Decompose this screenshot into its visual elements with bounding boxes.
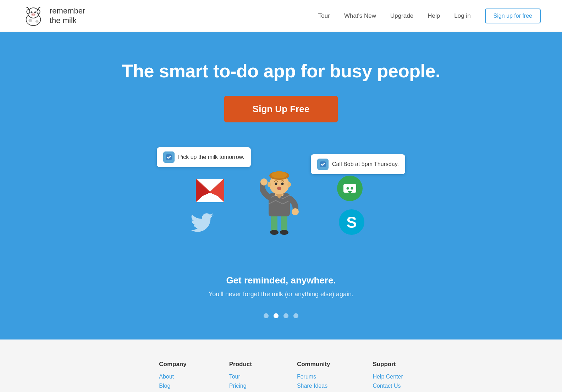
svg-point-12 [35, 20, 39, 22]
footer-community: Community Forums Share Ideas Translate [297, 361, 330, 392]
svg-point-26 [292, 208, 299, 215]
svg-point-32 [277, 187, 281, 190]
svg-point-4 [31, 11, 32, 13]
task-bubble-right: Call Bob at 5pm Thursday. [311, 154, 405, 174]
footer-community-heading: Community [297, 361, 330, 368]
svg-point-5 [34, 11, 36, 13]
svg-point-9 [32, 14, 33, 15]
svg-point-33 [268, 182, 271, 187]
svg-point-29 [271, 171, 287, 178]
task-text-left: Pick up the milk tomorrow. [178, 154, 244, 160]
footer-product-pricing[interactable]: Pricing [229, 383, 254, 389]
twitter-icon [191, 213, 214, 237]
svg-point-10 [34, 14, 35, 15]
carousel-dots [264, 313, 298, 318]
svg-point-3 [37, 10, 40, 14]
gmail-icon [196, 179, 224, 202]
footer-columns: Company About Blog Jobs Press Product To… [71, 361, 491, 392]
logo-text: remember the milk [50, 6, 85, 25]
svg-point-7 [35, 12, 36, 12]
svg-text:S: S [346, 214, 357, 231]
footer-product-tour[interactable]: Tour [229, 374, 254, 380]
carousel-dot-4[interactable] [293, 313, 298, 318]
carousel-dot-1[interactable] [264, 313, 269, 318]
footer-company-about[interactable]: About [159, 374, 186, 380]
skype-icon: S [339, 209, 364, 235]
svg-point-22 [280, 230, 288, 235]
hero-subtitle: Get reminded, anywhere. You'll never for… [209, 275, 353, 299]
site-header: remember the milk Tour What's New Upgrad… [0, 0, 562, 32]
footer-product: Product Tour Pricing Apps Download [229, 361, 254, 392]
rtm-task-icon-left [163, 151, 175, 163]
carousel-dot-2[interactable] [274, 313, 279, 318]
footer-company-blog[interactable]: Blog [159, 383, 186, 389]
nav-upgrade[interactable]: Upgrade [390, 12, 413, 20]
task-bubble-left: Pick up the milk tomorrow. [157, 147, 251, 167]
footer-support-heading: Support [373, 361, 403, 368]
footer-company-heading: Company [159, 361, 186, 368]
footer-community-forums[interactable]: Forums [297, 374, 330, 380]
nav-whats-new[interactable]: What's New [344, 12, 376, 20]
svg-point-36 [347, 187, 349, 190]
svg-point-21 [270, 230, 279, 235]
svg-point-8 [31, 13, 35, 16]
signup-hero-button[interactable]: Sign Up Free [224, 96, 338, 122]
rtm-task-icon-right [317, 159, 329, 170]
svg-point-11 [28, 19, 32, 22]
hero-section: The smart to-do app for busy people. Sig… [0, 32, 562, 339]
svg-point-31 [281, 183, 284, 185]
footer-support-helpcenter[interactable]: Help Center [373, 374, 403, 380]
illustration-area: Pick up the milk tomorrow. Call Bob at 5… [157, 140, 405, 268]
svg-point-37 [351, 187, 353, 190]
character-illustration [260, 158, 302, 243]
footer-support-contact[interactable]: Contact Us [373, 383, 403, 389]
nav-help[interactable]: Help [428, 12, 440, 20]
hero-subtitle-body: You'll never forget the milk (or anythin… [209, 289, 353, 299]
cow-logo-icon [21, 4, 45, 28]
signup-nav-button[interactable]: Sign up for free [485, 9, 541, 23]
task-text-right: Call Bob at 5pm Thursday. [332, 161, 399, 167]
carousel-dot-3[interactable] [283, 313, 288, 318]
google-chat-icon [337, 176, 363, 201]
svg-point-25 [260, 178, 268, 186]
footer-company: Company About Blog Jobs Press [159, 361, 186, 392]
main-nav: Tour What's New Upgrade Help Log in Sign… [318, 9, 541, 23]
footer-product-heading: Product [229, 361, 254, 368]
footer-support: Support Help Center Contact Us [373, 361, 403, 392]
svg-point-2 [27, 10, 30, 14]
footer-community-ideas[interactable]: Share Ideas [297, 383, 330, 389]
svg-point-30 [275, 183, 277, 185]
nav-tour[interactable]: Tour [318, 12, 330, 20]
nav-login[interactable]: Log in [454, 12, 470, 20]
logo[interactable]: remember the milk [21, 4, 85, 28]
hero-title: The smart to-do app for busy people. [122, 60, 440, 82]
svg-point-6 [32, 12, 32, 12]
hero-subtitle-heading: Get reminded, anywhere. [209, 275, 353, 286]
site-footer: Company About Blog Jobs Press Product To… [0, 339, 562, 392]
svg-point-34 [287, 182, 291, 187]
